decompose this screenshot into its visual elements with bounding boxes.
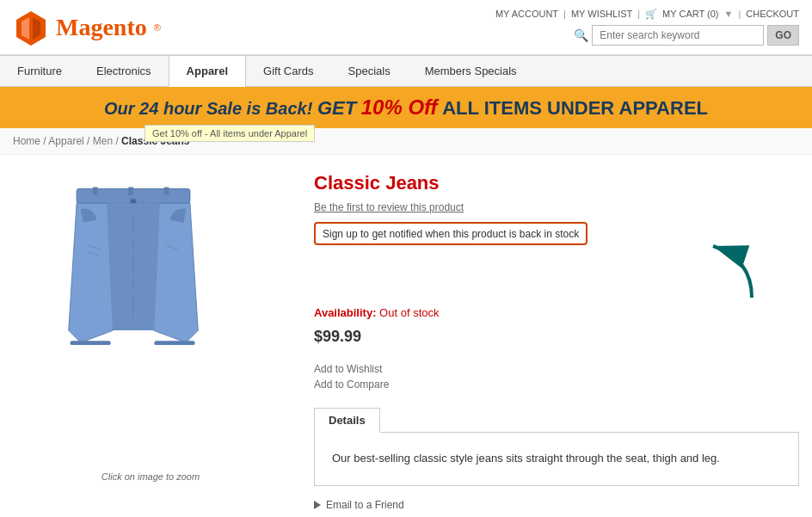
product-title: Classic Jeans xyxy=(314,172,799,194)
breadcrumb-apparel[interactable]: Apparel xyxy=(48,135,83,147)
product-image[interactable] xyxy=(13,172,254,465)
banner-text: Our 24 hour Sale is Back! GET 10% Off AL… xyxy=(104,99,708,118)
logo-text: Magento xyxy=(56,14,147,41)
tab-header: Details xyxy=(314,408,799,433)
search-bar: 🔍 GO xyxy=(574,25,799,46)
my-account-link[interactable]: MY ACCOUNT xyxy=(495,9,558,20)
svg-rect-3 xyxy=(29,16,33,40)
breadcrumb-men[interactable]: Men xyxy=(93,135,113,147)
search-button[interactable]: GO xyxy=(767,25,799,46)
email-friend-link[interactable]: Email to a Friend xyxy=(314,499,799,511)
triangle-icon xyxy=(314,501,321,509)
tab-details[interactable]: Details xyxy=(314,408,380,433)
product-tabs: Details Our best-selling classic style j… xyxy=(314,408,799,486)
main-nav: Furniture Electronics Apparel Gift Cards… xyxy=(0,55,812,87)
nav-apparel[interactable]: Apparel xyxy=(169,56,246,87)
my-wishlist-link[interactable]: MY WISHLIST xyxy=(571,9,632,20)
header-right: MY ACCOUNT | MY WISHLIST | 🛒 MY CART (0)… xyxy=(495,9,799,46)
tab-content: Our best-selling classic style jeans sit… xyxy=(314,432,799,486)
notify-link[interactable]: Sign up to get notified when this produc… xyxy=(323,228,579,240)
logo: Magento® xyxy=(13,9,161,46)
nav-furniture[interactable]: Furniture xyxy=(0,56,79,86)
product-image-section: Click on image to zoom xyxy=(13,172,288,511)
breadcrumb-home[interactable]: Home xyxy=(13,135,40,147)
zoom-text: Click on image to zoom xyxy=(13,471,288,482)
nav-gift-cards[interactable]: Gift Cards xyxy=(246,56,331,86)
svg-rect-15 xyxy=(154,341,194,345)
review-link[interactable]: Be the first to review this product xyxy=(314,201,799,213)
svg-rect-7 xyxy=(164,188,169,195)
main-content: Click on image to zoom Classic Jeans Be … xyxy=(0,155,812,517)
product-info: Classic Jeans Be the first to review thi… xyxy=(314,172,799,511)
magento-logo-icon xyxy=(13,9,49,46)
promo-banner: Our 24 hour Sale is Back! GET 10% Off AL… xyxy=(0,87,812,128)
my-cart-link[interactable]: MY CART (0) xyxy=(662,9,718,20)
logo-registered: ® xyxy=(154,22,161,33)
checkout-link[interactable]: CHECKOUT xyxy=(746,9,799,20)
add-to-wishlist-link[interactable]: Add to Wishlist xyxy=(314,363,799,375)
email-friend-text[interactable]: Email to a Friend xyxy=(326,499,404,511)
banner-tooltip: Get 10% off - All items under Apparel xyxy=(145,125,315,142)
svg-rect-14 xyxy=(71,341,111,345)
notify-box: Sign up to get notified when this produc… xyxy=(314,222,587,245)
product-image-svg xyxy=(47,181,219,456)
svg-rect-5 xyxy=(93,188,98,195)
search-icon: 🔍 xyxy=(574,28,588,42)
search-input[interactable] xyxy=(592,25,764,46)
price: $99.99 xyxy=(314,328,799,346)
header-links: MY ACCOUNT | MY WISHLIST | 🛒 MY CART (0)… xyxy=(495,9,799,20)
product-actions: Add to Wishlist Add to Compare xyxy=(314,363,799,391)
nav-members-specials[interactable]: Members Specials xyxy=(408,56,534,86)
nav-specials[interactable]: Specials xyxy=(331,56,408,86)
svg-rect-6 xyxy=(128,188,133,195)
nav-electronics[interactable]: Electronics xyxy=(79,56,169,86)
breadcrumb: Home / Apparel / Men / Classic Jeans xyxy=(0,128,812,155)
product-description: Our best-selling classic style jeans sit… xyxy=(332,450,781,468)
add-to-compare-link[interactable]: Add to Compare xyxy=(314,379,799,391)
page-header: Magento® MY ACCOUNT | MY WISHLIST | 🛒 MY… xyxy=(0,0,812,55)
arrow-svg xyxy=(696,233,765,302)
availability: Availability: Out of stock xyxy=(314,306,799,319)
